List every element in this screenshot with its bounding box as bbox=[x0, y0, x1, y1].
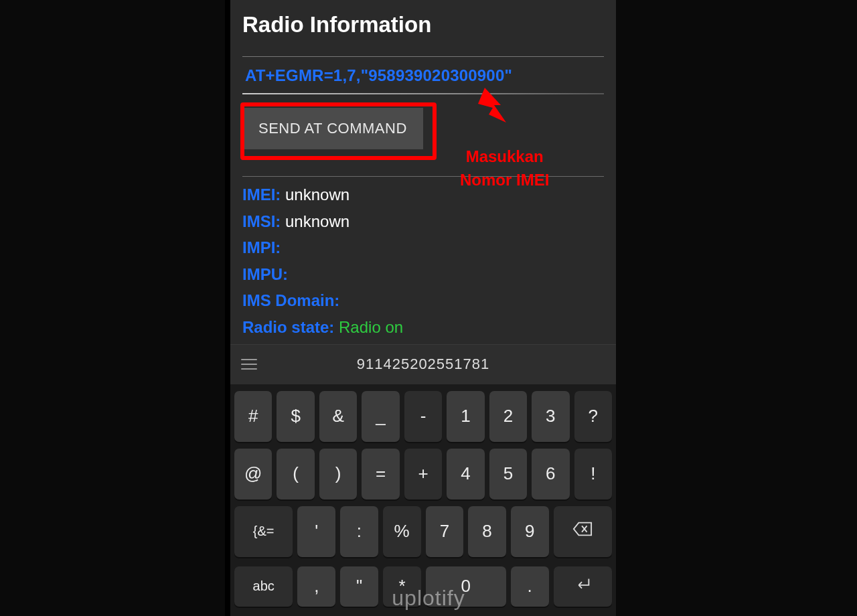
key-minus[interactable]: - bbox=[404, 391, 442, 442]
key-apostrophe[interactable]: ' bbox=[297, 506, 335, 557]
key-asterisk[interactable]: * bbox=[383, 566, 421, 607]
key-ampersand[interactable]: & bbox=[319, 391, 357, 442]
key-5[interactable]: 5 bbox=[489, 449, 527, 499]
key-4[interactable]: 4 bbox=[447, 449, 484, 499]
impi-label: IMPI: bbox=[242, 238, 281, 256]
radio-state-value: Radio on bbox=[339, 318, 403, 336]
key-at[interactable]: @ bbox=[234, 449, 272, 499]
key-percent[interactable]: % bbox=[383, 506, 421, 557]
imsi-value: unknown bbox=[285, 212, 349, 230]
radio-state-label: Radio state: bbox=[242, 318, 334, 336]
key-equals[interactable]: = bbox=[362, 449, 399, 499]
key-enter[interactable] bbox=[554, 566, 612, 607]
input-underline bbox=[242, 93, 604, 94]
key-6[interactable]: 6 bbox=[532, 449, 569, 499]
at-command-input[interactable]: AT+EGMR=1,7,"958939020300900" bbox=[242, 60, 604, 93]
key-8[interactable]: 8 bbox=[468, 506, 506, 557]
divider bbox=[242, 56, 604, 57]
enter-icon bbox=[572, 576, 593, 597]
key-1[interactable]: 1 bbox=[447, 391, 484, 442]
key-comma[interactable]: , bbox=[297, 566, 335, 607]
hint-line1: Masukkan bbox=[466, 147, 544, 165]
key-2[interactable]: 2 bbox=[489, 391, 527, 442]
keyboard-suggestion-bar: 911425202551781 bbox=[230, 344, 616, 384]
content-area: AT+EGMR=1,7,"958939020300900" SEND AT CO… bbox=[230, 56, 616, 344]
keyboard-suggestion-text[interactable]: 911425202551781 bbox=[230, 356, 616, 373]
arrow-icon bbox=[478, 88, 514, 133]
imei-value: unknown bbox=[285, 185, 349, 204]
impi-row: IMPI: bbox=[242, 236, 604, 259]
at-command-value: AT+EGMR=1,7,"958939020300900" bbox=[245, 66, 512, 84]
ims-domain-label: IMS Domain: bbox=[242, 291, 339, 309]
keyboard-row-3: {&= ' : % 7 8 9 bbox=[234, 506, 612, 557]
key-plus[interactable]: + bbox=[404, 449, 442, 499]
radio-info-list: IMEI: unknown IMSI: unknown IMPI: IMPU: … bbox=[242, 183, 604, 344]
imei-label: IMEI: bbox=[242, 185, 281, 204]
key-period[interactable]: . bbox=[511, 566, 549, 607]
page-title: Radio Information bbox=[242, 12, 604, 37]
key-0[interactable]: 0 bbox=[426, 566, 506, 607]
keyboard-row-2: @ ( ) = + 4 5 6 ! bbox=[234, 449, 612, 499]
key-dollar[interactable]: $ bbox=[277, 391, 314, 442]
phone-left-edge bbox=[225, 0, 230, 616]
ims-domain-row: IMS Domain: bbox=[242, 289, 604, 312]
key-7[interactable]: 7 bbox=[426, 506, 464, 557]
keyboard-row-4: abc , " * 0 . bbox=[234, 564, 612, 607]
send-at-command-button[interactable]: SEND AT COMMAND bbox=[242, 108, 423, 149]
hamburger-icon[interactable] bbox=[241, 359, 257, 370]
key-symbols-toggle[interactable]: {&= bbox=[234, 506, 293, 557]
key-rparen[interactable]: ) bbox=[319, 449, 357, 499]
key-backspace[interactable] bbox=[554, 506, 612, 557]
key-underscore[interactable]: _ bbox=[362, 391, 399, 442]
phone-screen: Radio Information AT+EGMR=1,7,"958939020… bbox=[230, 0, 616, 616]
impu-row: IMPU: bbox=[242, 263, 604, 286]
imei-row: IMEI: unknown bbox=[242, 183, 604, 206]
divider bbox=[242, 176, 604, 177]
key-abc-toggle[interactable]: abc bbox=[234, 566, 293, 607]
title-bar: Radio Information bbox=[230, 0, 616, 56]
impu-label: IMPU: bbox=[242, 265, 288, 283]
radio-state-row: Radio state: Radio on bbox=[242, 316, 604, 339]
button-row: SEND AT COMMAND Masukkan Nomor IMEI bbox=[242, 108, 604, 168]
backspace-icon bbox=[572, 521, 593, 542]
key-hash[interactable]: # bbox=[234, 391, 272, 442]
key-colon[interactable]: : bbox=[340, 506, 378, 557]
keyboard-row-1: # $ & _ - 1 2 3 ? bbox=[234, 391, 612, 442]
key-question[interactable]: ? bbox=[574, 391, 612, 442]
imsi-label: IMSI: bbox=[242, 212, 281, 230]
on-screen-keyboard: # $ & _ - 1 2 3 ? @ ( ) = + 4 5 6 ! {&= … bbox=[230, 384, 616, 616]
key-lparen[interactable]: ( bbox=[277, 449, 314, 499]
key-quote[interactable]: " bbox=[340, 566, 378, 607]
key-9[interactable]: 9 bbox=[511, 506, 549, 557]
key-3[interactable]: 3 bbox=[532, 391, 569, 442]
imsi-row: IMSI: unknown bbox=[242, 210, 604, 233]
key-exclaim[interactable]: ! bbox=[574, 449, 612, 499]
